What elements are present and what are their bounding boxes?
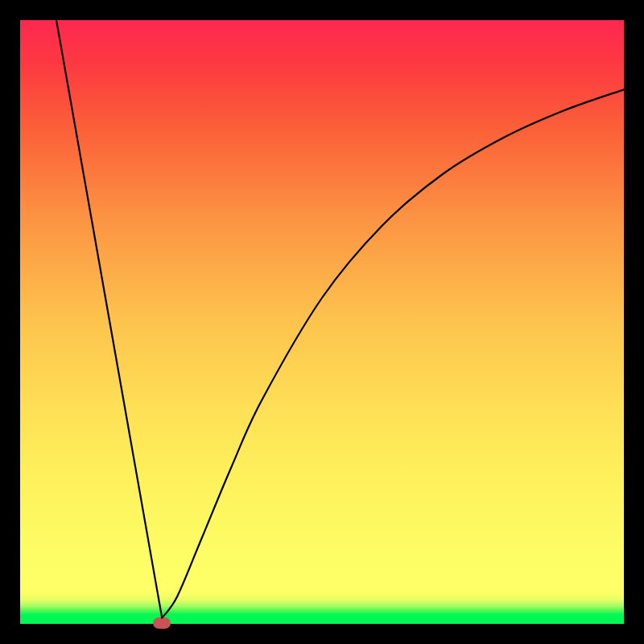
plot-area <box>20 20 624 624</box>
curve-path <box>56 20 624 618</box>
watermark-text: TheBottleneck.com <box>485 2 636 23</box>
bottleneck-curve <box>20 20 624 624</box>
chart-container: TheBottleneck.com <box>0 0 644 644</box>
